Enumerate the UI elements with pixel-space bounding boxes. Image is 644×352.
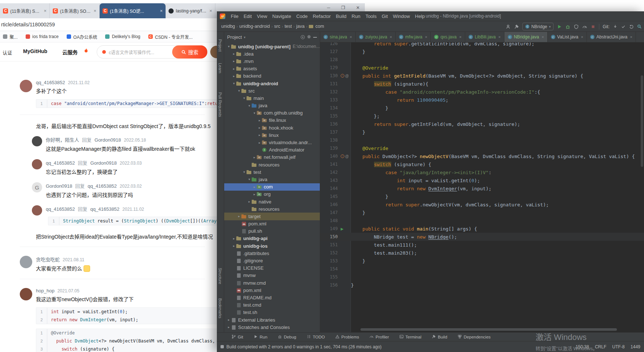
tab-close-icon[interactable]: ×: [498, 35, 500, 39]
tool-stripe-learn[interactable]: Learn: [218, 63, 222, 73]
username[interactable]: qq_41653852: [46, 160, 75, 166]
username[interactable]: hop_hop: [36, 288, 55, 293]
project-panel-title[interactable]: Project: [227, 34, 242, 40]
tree-item[interactable]: ▾java: [224, 176, 320, 183]
tab-close-icon[interactable]: ×: [209, 8, 212, 14]
user-icon[interactable]: [506, 24, 511, 29]
editor-tab[interactable]: CVaList.java×: [548, 32, 587, 42]
cloud-service-link[interactable]: 云服务: [62, 48, 78, 56]
menu-file[interactable]: File: [228, 14, 241, 19]
tree-item[interactable]: mpom.xml: [224, 220, 320, 228]
menu-build[interactable]: Build: [333, 14, 349, 19]
tool-stripe-structure[interactable]: Structure: [218, 268, 222, 284]
avatar[interactable]: G: [32, 182, 42, 192]
tree-item[interactable]: resources: [224, 205, 320, 213]
avatar[interactable]: [32, 159, 42, 169]
tree-item[interactable]: ▸assets: [224, 65, 320, 72]
search-button[interactable]: 搜索: [172, 45, 207, 59]
tree-item[interactable]: README.md: [224, 294, 320, 301]
tree-item[interactable]: ▸.mvn: [224, 57, 320, 65]
username[interactable]: Gordon0918: [46, 183, 72, 189]
browser-tab[interactable]: C(11条消息) SO逆...×: [0, 3, 50, 18]
locate-file-icon[interactable]: [301, 35, 305, 39]
toolwindow-git[interactable]: Git: [232, 334, 243, 340]
bookmark-item[interactable]: Delikely's Blog: [105, 34, 140, 39]
tree-item[interactable]: ▸Scratches and Consoles: [224, 323, 320, 331]
tool-stripe-bookmarks[interactable]: Bookmarks: [218, 298, 222, 318]
tab-close-icon[interactable]: ×: [160, 8, 163, 14]
status-file-encoding[interactable]: UTF-8: [612, 344, 625, 349]
menu-help[interactable]: Help: [412, 14, 428, 19]
tree-item[interactable]: ▾test: [224, 168, 320, 176]
editor-tab[interactable]: CAbstractJni.java×: [587, 32, 636, 42]
tree-item[interactable]: IAndroidEmulator: [224, 146, 320, 154]
tab-close-icon[interactable]: ×: [630, 35, 632, 39]
editor-tab[interactable]: Cmfw.java×: [396, 32, 431, 42]
tool-stripe-pull-requests[interactable]: Pull Requests: [218, 92, 222, 117]
mygithub-link[interactable]: MyGitHub: [23, 48, 47, 54]
browser-tab[interactable]: C(1条消息) SO逆...×: [100, 3, 166, 18]
git-rollback-icon[interactable]: [629, 24, 634, 29]
menu-window[interactable]: Window: [391, 14, 412, 19]
tree-item[interactable]: ▸com: [224, 183, 320, 191]
run-line-icon[interactable]: ▶: [341, 227, 344, 231]
toolwindow-todo[interactable]: TODO: [307, 334, 325, 340]
toolwindow-problems[interactable]: Problems: [335, 334, 359, 340]
override-method-icon[interactable]: ↑: [341, 154, 344, 158]
breadcrumb-item[interactable]: unidbg-android: [239, 24, 270, 29]
tree-item[interactable]: ▸org: [224, 191, 320, 198]
profiler-button[interactable]: [582, 24, 587, 29]
tab-close-icon[interactable]: ×: [93, 8, 96, 14]
run-configuration-select[interactable]: C NBridge ▾: [522, 23, 554, 30]
tree-item[interactable]: LICENSE: [224, 265, 320, 272]
toolwindow-dependencies[interactable]: Dependencies: [458, 334, 491, 340]
minimize-button[interactable]: ─: [327, 5, 330, 10]
bookmark-item[interactable]: 聚...: [3, 34, 18, 40]
stop-button[interactable]: [591, 24, 596, 29]
tree-item[interactable]: resources: [224, 161, 320, 168]
reply-target-username[interactable]: Gordon0918: [95, 137, 121, 143]
toolwindow-debug[interactable]: Debug: [278, 334, 296, 340]
git-commit-check-icon[interactable]: [621, 24, 626, 29]
menu-edit[interactable]: Edit: [241, 14, 254, 19]
cert-link[interactable]: 认证: [3, 49, 12, 56]
breadcrumb-item[interactable]: test: [285, 24, 292, 29]
bookmark-item[interactable]: CCSDN - 专业开发...: [148, 34, 193, 40]
username[interactable]: 你好啊，陌生人: [46, 136, 79, 143]
username[interactable]: 贪吃虫吃蛇: [36, 256, 60, 263]
tool-stripe-project[interactable]: Project: [218, 39, 222, 52]
tree-item[interactable]: ▾unidbg-android: [224, 80, 320, 87]
editor-tab[interactable]: CLibBili.java×: [465, 32, 504, 42]
tree-item[interactable]: mvnw: [224, 272, 320, 279]
tree-item[interactable]: test.cmd: [224, 302, 320, 309]
avatar[interactable]: [32, 136, 42, 146]
breadcrumb-item[interactable]: java: [296, 24, 304, 29]
menu-navigate[interactable]: Navigate: [270, 14, 293, 19]
close-button[interactable]: ✕: [356, 5, 360, 10]
tree-item[interactable]: ▾java: [224, 102, 320, 109]
username[interactable]: qq_41653852: [36, 80, 65, 85]
tree-item[interactable]: ▸hook.xhook: [224, 124, 320, 131]
tree-item[interactable]: ▾com.github.unidbg: [224, 109, 320, 117]
tree-item[interactable]: ▸unidbg-ios: [224, 242, 320, 250]
breadcrumb-item[interactable]: src: [274, 24, 280, 29]
tab-close-icon[interactable]: ×: [541, 35, 544, 39]
run-button[interactable]: [557, 24, 562, 29]
reply-target-username[interactable]: qq_41653852: [88, 183, 117, 189]
search-input[interactable]: c语言文件读写操作代... 搜索: [97, 45, 207, 59]
tree-item[interactable]: mpom.xml: [224, 287, 320, 294]
avatar[interactable]: [20, 256, 32, 268]
tab-close-icon[interactable]: ×: [459, 35, 461, 39]
tree-item[interactable]: ▾main: [224, 94, 320, 102]
avatar[interactable]: [32, 205, 42, 216]
browser-tab[interactable]: C(1条消息) SO逆...×: [50, 3, 100, 18]
tree-item[interactable]: ▸unidbg-api: [224, 235, 320, 242]
tree-item[interactable]: ▸linux: [224, 131, 320, 139]
settings-gear-icon[interactable]: [307, 34, 311, 40]
vertical-scrollbar[interactable]: [641, 75, 643, 167]
bookmark-item[interactable]: ios frida trace: [26, 34, 59, 39]
tree-item[interactable]: ▸External Libraries: [224, 316, 320, 323]
menu-tools[interactable]: Tools: [363, 14, 379, 19]
browser-tab[interactable]: lasting-yang/fri...×: [166, 3, 215, 18]
menu-code[interactable]: Code: [294, 14, 310, 19]
